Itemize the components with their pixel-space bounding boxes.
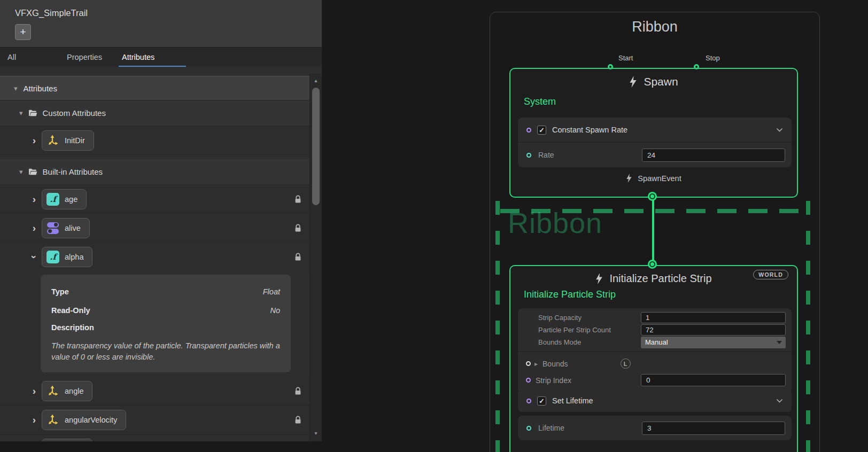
spawn-context-label: System (524, 96, 556, 107)
lifetime-input-port[interactable] (526, 426, 531, 431)
strip-index-input-port[interactable] (526, 378, 531, 383)
bounds-input-port[interactable] (526, 361, 531, 366)
lightning-icon (629, 76, 637, 88)
bounds-mode-label: Bounds Mode (538, 338, 641, 346)
attribute-pill-alive[interactable]: alive (42, 218, 90, 238)
detail-row-type: Type Float (51, 282, 280, 301)
chevron-right-icon[interactable]: › (30, 193, 38, 205)
lifetime-field-row: Lifetime (518, 416, 792, 440)
tree-row-angular-velocity[interactable]: › angularVelocity (0, 406, 309, 434)
strip-capacity-label: Strip Capacity (538, 314, 641, 322)
attribute-pill-initdir[interactable]: InitDir (42, 130, 94, 151)
block-enable-port[interactable] (526, 128, 531, 133)
chevron-right-icon[interactable]: › (30, 414, 38, 426)
check-icon: ✓ (539, 126, 544, 134)
triangle-down-icon[interactable]: ▾ (19, 168, 23, 176)
initialize-input-port[interactable] (649, 261, 655, 267)
bounds-mode-value: Manual (645, 338, 668, 346)
chevron-down-icon[interactable] (776, 399, 783, 403)
chevron-right-icon[interactable]: › (30, 135, 38, 146)
rate-input-port[interactable] (526, 153, 531, 158)
chevron-expanded-icon[interactable]: › (28, 253, 40, 261)
spawn-event-row: SpawnEvent (510, 174, 797, 183)
constant-spawn-rate-checkbox[interactable]: ✓ (537, 126, 546, 135)
attribute-pill-axisx[interactable]: axisX (42, 439, 92, 441)
tree-row-builtin-attributes[interactable]: ▾ Built-in Attributes (0, 159, 309, 185)
attribute-pill-alpha[interactable]: .f alpha (42, 247, 92, 267)
lifetime-input[interactable] (642, 422, 785, 435)
chevron-right-icon[interactable]: › (30, 222, 38, 234)
chevron-right-icon[interactable]: › (30, 385, 38, 397)
attribute-name: alive (65, 224, 81, 232)
lifetime-label: Lifetime (538, 424, 564, 432)
bounds-mode-row: Bounds Mode Manual (518, 336, 792, 348)
set-lifetime-block: ✓ Set Lifetime (518, 389, 792, 412)
flow-edge[interactable] (652, 197, 654, 266)
tab-all[interactable]: All (7, 48, 16, 67)
set-lifetime-header[interactable]: ✓ Set Lifetime (518, 389, 792, 412)
alpha-details-panel: Type Float Read-Only No Description The … (41, 275, 291, 372)
add-attribute-button[interactable]: + (15, 24, 31, 40)
tab-properties[interactable]: Properties (67, 48, 102, 67)
particle-per-strip-count-label: Particle Per Strip Count (538, 326, 641, 334)
initialize-context-label: Initialize Particle Strip (524, 289, 616, 300)
tree-row-alive[interactable]: › alive (0, 214, 309, 243)
lock-icon (294, 223, 302, 232)
attribute-pill-angular-velocity[interactable]: angularVelocity (42, 410, 126, 430)
folder-icon (28, 168, 37, 176)
triangle-down-icon[interactable]: ▾ (14, 84, 18, 92)
tree-scrollbar[interactable]: ▲ ▼ (309, 74, 322, 441)
lifetime-block: Lifetime (518, 416, 792, 440)
tree-row-angle[interactable]: › angle (0, 377, 309, 406)
set-lifetime-checkbox[interactable]: ✓ (537, 396, 546, 406)
tree-row-custom-attributes[interactable]: ▾ Custom Attributes (0, 100, 309, 126)
type-label: Type (51, 287, 69, 296)
tree-row-initdir[interactable]: › InitDir (0, 126, 309, 155)
initialize-particle-strip-node[interactable]: Initialize Particle Strip WORLD Initiali… (509, 265, 798, 452)
world-space-badge[interactable]: WORLD (753, 270, 788, 279)
stop-flow-port[interactable] (694, 64, 699, 69)
tree-row-age[interactable]: › .f age (0, 185, 309, 214)
expander-icon[interactable]: ▸ (534, 360, 538, 368)
constant-spawn-rate-header[interactable]: ✓ Constant Spawn Rate (518, 118, 792, 142)
folder-icon (28, 109, 37, 117)
scroll-up-icon[interactable]: ▲ (310, 78, 322, 83)
spawn-output-port[interactable] (649, 193, 655, 199)
tree-row-axisx[interactable]: › axisX (0, 434, 309, 441)
local-space-badge[interactable]: L (621, 359, 631, 369)
spawn-node[interactable]: Start Stop Spawn System ✓ Constant Spawn… (509, 68, 798, 198)
dropdown-arrow-icon (777, 341, 782, 344)
tab-attributes[interactable]: Attributes (122, 48, 154, 67)
tree-row-attributes-root[interactable]: ▾ Attributes (0, 76, 309, 100)
strip-index-label: Strip Index (536, 376, 571, 385)
description-text: The transparency value of the particle. … (51, 340, 280, 363)
vector-type-icon (46, 134, 59, 147)
readonly-value: No (270, 306, 280, 315)
bounds-mode-dropdown[interactable]: Manual (641, 337, 786, 348)
group-label: Built-in Attributes (43, 167, 103, 176)
start-flow-port[interactable] (608, 64, 613, 69)
float-type-icon: .f (46, 193, 59, 206)
triangle-down-icon[interactable]: ▾ (19, 109, 23, 117)
block-enable-port[interactable] (526, 399, 531, 403)
bounds-label: Bounds (542, 360, 568, 368)
attribute-name: angle (65, 387, 83, 395)
particle-per-strip-count-input[interactable] (641, 324, 786, 336)
attribute-pill-age[interactable]: .f age (42, 189, 87, 209)
bool-type-icon (46, 222, 59, 235)
float-type-icon: .f (46, 251, 59, 263)
block-divider (518, 352, 792, 352)
scrollbar-thumb[interactable] (312, 88, 320, 205)
system-watermark-label: Ribbon (508, 206, 602, 239)
strip-index-input[interactable] (641, 374, 786, 386)
lightning-icon (595, 273, 603, 284)
lock-icon (294, 194, 302, 204)
scroll-down-icon[interactable]: ▼ (310, 431, 322, 436)
chevron-down-icon[interactable] (776, 128, 783, 132)
attribute-pill-angle[interactable]: angle (42, 381, 92, 401)
blackboard-header: VFXG_SimpleTrail + (0, 0, 322, 47)
vfx-graph-editor: Ribbon Ribbon Start Stop Spawn System ✓ … (0, 0, 868, 452)
rate-input[interactable] (642, 149, 785, 162)
strip-capacity-input[interactable] (641, 312, 786, 323)
tree-row-alpha[interactable]: › .f alpha (0, 243, 309, 271)
